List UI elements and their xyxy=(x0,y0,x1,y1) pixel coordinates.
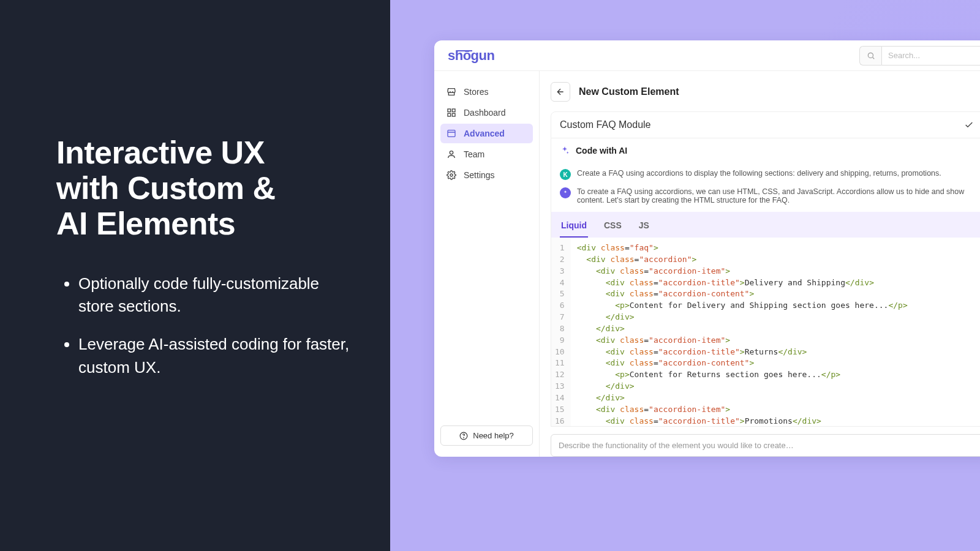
element-name-row: Custom FAQ Module xyxy=(551,111,980,138)
advanced-icon xyxy=(447,129,456,138)
main-content: New Custom Element Custom FAQ Module Cod… xyxy=(540,71,980,457)
logo: shōgun xyxy=(448,48,494,64)
svg-rect-5 xyxy=(452,113,455,116)
chat-ai-text: To create a FAQ using accordions, we can… xyxy=(577,187,980,204)
user-avatar: K xyxy=(560,169,571,180)
sidebar-item-label: Stores xyxy=(464,87,488,97)
svg-rect-2 xyxy=(448,109,451,112)
tab-css[interactable]: CSS xyxy=(603,216,623,238)
ai-prompt-input[interactable]: Describe the functionality of the elemen… xyxy=(551,434,980,457)
sidebar-item-label: Advanced xyxy=(464,129,505,138)
sidebar-item-stores[interactable]: Stores xyxy=(440,82,533,102)
dashboard-icon xyxy=(447,108,456,118)
search xyxy=(859,46,980,66)
team-icon xyxy=(447,149,456,159)
ai-avatar xyxy=(560,187,571,198)
headline-line-3: AI Elements xyxy=(56,206,235,241)
tab-js[interactable]: JS xyxy=(638,216,650,238)
sidebar-item-label: Team xyxy=(464,149,484,159)
topbar: shōgun xyxy=(434,40,980,71)
sidebar-item-settings[interactable]: Settings xyxy=(440,165,533,185)
svg-point-0 xyxy=(868,53,873,58)
code-with-ai-row: Code with AI xyxy=(551,138,980,163)
sidebar-item-dashboard[interactable]: Dashboard xyxy=(440,103,533,122)
tab-liquid[interactable]: Liquid xyxy=(560,216,588,238)
sparkle-icon xyxy=(560,146,570,156)
svg-rect-6 xyxy=(448,130,455,137)
chat-ai-row: To create a FAQ using accordions, we can… xyxy=(560,184,980,208)
headline-line-1: Interactive UX xyxy=(56,135,265,170)
chat-block: K Create a FAQ using accordions to displ… xyxy=(551,163,980,212)
back-button[interactable] xyxy=(551,82,570,102)
help-icon xyxy=(459,432,468,440)
code-with-ai-label: Code with AI xyxy=(576,146,627,156)
svg-line-1 xyxy=(872,57,874,59)
svg-point-11 xyxy=(464,437,464,438)
chat-user-text: Create a FAQ using accordions to display… xyxy=(577,169,941,178)
marketing-panel: Interactive UX with Custom & AI Elements… xyxy=(0,0,390,551)
sidebar: Stores Dashboard Advanced Team Settings xyxy=(434,71,540,457)
headline: Interactive UX with Custom & AI Elements xyxy=(56,135,353,242)
bullet-item: Optionally code fully-customizable store… xyxy=(78,272,353,318)
help-label: Need help? xyxy=(473,431,514,440)
app-window: shōgun Stores Dashboard xyxy=(434,40,980,457)
code-editor[interactable]: 12345678910111213141516171819 <div class… xyxy=(551,238,980,427)
svg-point-8 xyxy=(450,151,453,154)
sidebar-item-label: Dashboard xyxy=(464,108,506,118)
code-lines: <div class="faq"> <div class="accordion"… xyxy=(571,238,914,426)
search-input[interactable] xyxy=(881,46,980,66)
chat-user-row: K Create a FAQ using accordions to displ… xyxy=(560,165,980,184)
gear-icon xyxy=(447,170,456,180)
check-icon xyxy=(964,120,974,130)
page-title: New Custom Element xyxy=(579,86,679,97)
svg-rect-3 xyxy=(452,109,455,112)
svg-rect-4 xyxy=(448,113,451,116)
bullet-item: Leverage AI-assisted coding for faster, … xyxy=(78,333,353,379)
sidebar-item-label: Settings xyxy=(464,170,495,180)
line-gutter: 12345678910111213141516171819 xyxy=(551,238,571,426)
sidebar-item-advanced[interactable]: Advanced xyxy=(440,124,533,143)
showcase-panel: shōgun Stores Dashboard xyxy=(390,0,980,551)
bullet-list: Optionally code fully-customizable store… xyxy=(56,272,353,380)
code-tabs: Liquid CSS JS xyxy=(551,212,980,238)
element-name-field[interactable]: Custom FAQ Module xyxy=(560,119,958,130)
svg-point-9 xyxy=(450,174,453,176)
search-icon[interactable] xyxy=(859,46,881,66)
confirm-name-button[interactable] xyxy=(964,120,974,130)
help-button[interactable]: Need help? xyxy=(440,425,533,446)
sidebar-item-team[interactable]: Team xyxy=(440,144,533,164)
arrow-left-icon xyxy=(556,87,565,97)
headline-line-2: with Custom & xyxy=(56,170,275,206)
store-icon xyxy=(447,87,456,97)
